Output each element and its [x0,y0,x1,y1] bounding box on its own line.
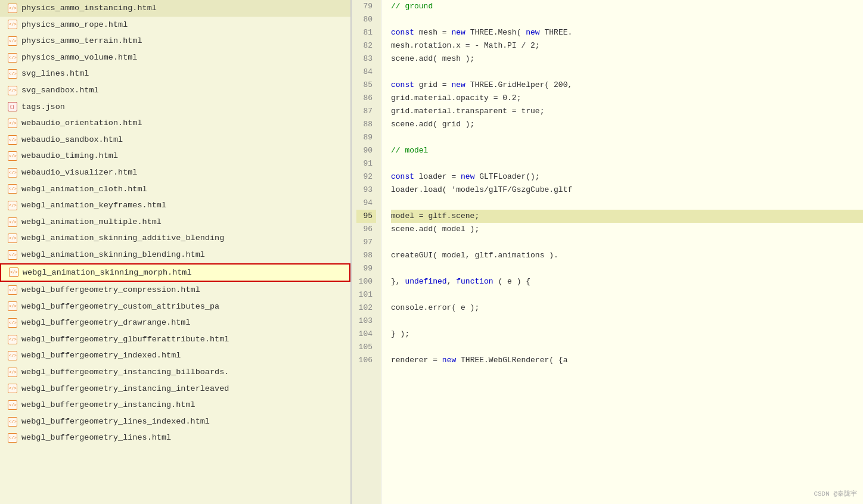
code-line: createGUI( model, gltf.animations ). [391,249,863,262]
code-line: const grid = new THREE.GridHelper( 200, [391,79,863,92]
file-item[interactable]: webaudio_timing.html [0,148,350,164]
file-item[interactable]: webgl_animation_keyframes.html [0,197,350,214]
code-line: scene.add( model ); [391,223,863,236]
file-name: physics_ammo_volume.html [21,51,137,64]
file-item[interactable]: webgl_buffergeometry_lines_indexed.html [0,413,350,430]
file-item[interactable]: svg_lines.html [0,66,350,82]
html-icon [7,19,18,30]
file-name: webgl_buffergeometry_drawrange.html [21,316,191,329]
code-line [391,315,863,328]
code-line: loader.load( 'models/glTF/GszgCube.gltf [391,183,863,197]
line-number: 105 [356,341,376,354]
code-line: scene.add( mesh ); [391,52,863,66]
html-icon [7,301,18,312]
file-item[interactable]: webgl_animation_cloth.html [0,181,350,198]
file-item[interactable]: tags.json [0,99,350,116]
file-name: webgl_buffergeometry_glbufferattribute.h… [21,333,229,346]
line-number: 80 [356,13,376,26]
html-icon [7,367,18,378]
line-number: 101 [356,288,376,301]
file-item[interactable]: webgl_animation_skinning_morph.html [0,263,350,282]
file-item[interactable]: physics_ammo_volume.html [0,49,350,66]
file-name: webaudio_timing.html [21,150,118,163]
html-icon [7,135,18,145]
html-icon [7,350,18,361]
line-number: 91 [356,157,376,170]
line-number: 94 [356,197,376,210]
file-name: webgl_buffergeometry_lines.html [21,431,171,444]
file-item[interactable]: physics_ammo_terrain.html [0,33,350,49]
html-icon [7,69,18,79]
code-line: model = gltf.scene; [391,210,863,223]
html-icon [7,285,18,295]
code-line: // ground [391,0,863,13]
file-item[interactable]: webgl_buffergeometry_lines.html [0,430,350,446]
line-number: 88 [356,118,376,131]
file-name: webaudio_orientation.html [21,117,142,130]
file-name: physics_ammo_instancing.html [21,2,157,15]
code-line: mesh.rotation.x = - Math.PI / 2; [391,39,863,52]
file-item[interactable]: physics_ammo_rope.html [0,17,350,33]
file-name: webgl_buffergeometry_indexed.html [21,349,181,362]
line-number: 92 [356,170,376,183]
file-name: webgl_buffergeometry_compression.html [21,284,200,297]
file-item[interactable]: webaudio_orientation.html [0,115,350,132]
file-item[interactable]: webgl_animation_skinning_additive_blendi… [0,230,350,247]
html-icon [7,52,18,63]
line-number: 96 [356,223,376,236]
file-item[interactable]: webaudio_visualizer.html [0,164,350,181]
line-number: 95 [356,210,376,223]
file-item[interactable]: webgl_buffergeometry_indexed.html [0,347,350,364]
code-line [391,262,863,275]
html-icon [7,383,18,394]
file-item[interactable]: webgl_buffergeometry_drawrange.html [0,315,350,331]
html-icon [7,400,18,410]
code-line: console.error( e ); [391,301,863,315]
line-number: 83 [356,52,376,66]
code-line [391,288,863,301]
file-item[interactable]: webgl_buffergeometry_compression.html [0,282,350,298]
file-item[interactable]: webgl_buffergeometry_instancing_interlea… [0,381,350,397]
code-line [391,157,863,170]
html-icon [7,334,18,345]
html-icon [7,250,18,260]
html-icon [7,233,18,244]
code-line: grid.material.transparent = true; [391,105,863,118]
line-number: 84 [356,66,376,79]
file-item[interactable]: webaudio_sandbox.html [0,132,350,148]
line-number: 86 [356,92,376,105]
file-name: svg_sandbox.html [21,84,99,97]
file-name: webaudio_visualizer.html [21,166,137,179]
file-name: webgl_buffergeometry_lines_indexed.html [21,415,210,428]
code-lines: // ground const mesh = new THREE.Mesh( n… [381,0,863,504]
code-line [391,13,863,26]
line-number: 90 [356,144,376,157]
file-name: webgl_animation_skinning_morph.html [23,266,192,279]
file-name: webaudio_sandbox.html [21,133,123,147]
file-item[interactable]: webgl_buffergeometry_instancing.html [0,397,350,413]
html-icon [7,3,18,14]
file-item[interactable]: svg_sandbox.html [0,82,350,99]
file-name: webgl_buffergeometry_custom_attributes_p… [21,300,219,313]
file-name: webgl_animation_cloth.html [21,183,147,196]
file-item[interactable]: webgl_buffergeometry_glbufferattribute.h… [0,331,350,348]
code-line [391,131,863,144]
html-icon [7,151,18,161]
line-number: 104 [356,328,376,341]
html-icon [7,85,18,96]
file-item[interactable]: webgl_animation_multiple.html [0,214,350,231]
line-numbers: 7980818283848586878889909192939495969798… [352,0,381,504]
code-line [391,341,863,354]
file-item[interactable]: webgl_buffergeometry_custom_attributes_p… [0,298,350,315]
line-number: 87 [356,105,376,118]
code-line: }, undefined, function ( e ) { [391,275,863,288]
file-item[interactable]: webgl_animation_skinning_blending.html [0,247,350,263]
file-item[interactable]: webgl_buffergeometry_instancing_billboar… [0,364,350,381]
code-line: const loader = new GLTFLoader(); [391,170,863,183]
file-item[interactable]: physics_ammo_instancing.html [0,0,350,17]
html-icon [7,167,18,178]
file-tree: physics_ammo_instancing.htmlphysics_ammo… [0,0,352,504]
line-number: 79 [356,0,376,13]
html-icon [7,183,18,194]
line-number: 102 [356,301,376,315]
